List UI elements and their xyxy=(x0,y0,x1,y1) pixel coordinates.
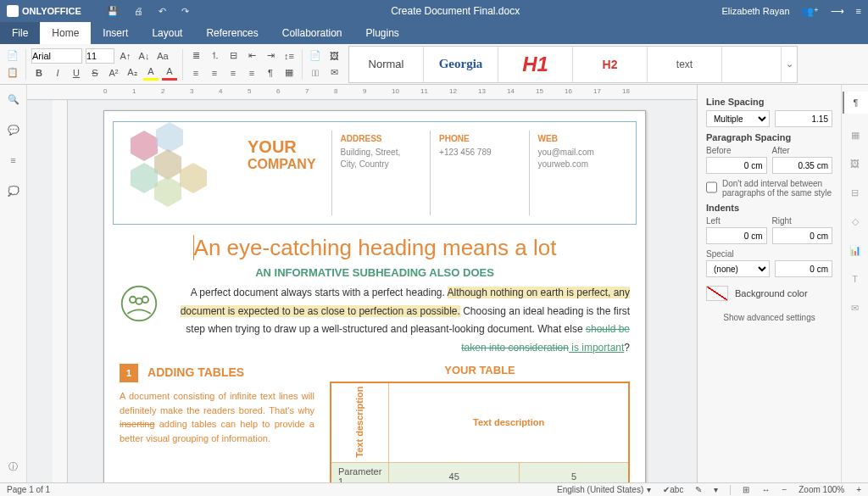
insert-page-icon[interactable]: 📄 xyxy=(308,48,323,64)
style-heading2[interactable]: H2 xyxy=(573,47,648,82)
page-indicator[interactable]: Page 1 of 1 xyxy=(7,485,50,494)
superscript-icon[interactable]: A² xyxy=(106,65,121,81)
tab-layout[interactable]: Layout xyxy=(140,22,194,44)
undo-icon[interactable]: ↶ xyxy=(159,6,166,17)
style-heading1[interactable]: H1 xyxy=(498,47,573,82)
bold-icon[interactable]: B xyxy=(31,65,47,81)
mail-tab-icon[interactable]: ✉ xyxy=(848,300,863,315)
copy-icon[interactable]: 📄 xyxy=(5,48,20,64)
spacing-after[interactable] xyxy=(772,157,833,174)
align-right-icon[interactable]: ≡ xyxy=(225,65,241,81)
horizontal-ruler[interactable]: 0123456789101112131415161718 xyxy=(27,85,697,100)
font-name-combo[interactable] xyxy=(31,48,82,64)
strike-icon[interactable]: S xyxy=(87,65,103,81)
line-spacing-icon[interactable]: ↕≡ xyxy=(281,48,297,64)
style-nospacing[interactable]: Georgia xyxy=(424,47,498,82)
paste-icon[interactable]: 📋 xyxy=(5,65,20,81)
indent-dec-icon[interactable]: ⇤ xyxy=(244,48,259,64)
header-tab-icon[interactable]: ⊟ xyxy=(848,185,863,200)
bgcolor-swatch[interactable] xyxy=(706,286,728,301)
special-indent-mode[interactable]: (none) xyxy=(706,260,770,277)
navigation-icon[interactable]: ≡ xyxy=(6,153,21,168)
show-advanced-link[interactable]: Show advanced settings xyxy=(706,313,832,322)
tab-references[interactable]: References xyxy=(194,22,270,44)
style-text[interactable]: text xyxy=(648,47,722,82)
zoom-in-icon[interactable]: + xyxy=(856,485,861,494)
intro-paragraph[interactable]: A perfect document always starts with a … xyxy=(120,284,630,357)
mailmerge-icon[interactable]: ✉ xyxy=(326,65,342,81)
subscript-icon[interactable]: A₂ xyxy=(125,65,140,81)
align-center-icon[interactable]: ≡ xyxy=(207,65,222,81)
chart-tab-icon[interactable]: 📊 xyxy=(848,242,863,258)
tab-file[interactable]: File xyxy=(0,22,40,44)
trackchanges-icon[interactable]: ✎ xyxy=(695,485,702,494)
open-location-icon[interactable]: ⟶ xyxy=(831,6,844,17)
tab-plugins[interactable]: Plugins xyxy=(354,22,411,44)
vertical-ruler[interactable] xyxy=(53,100,68,482)
textart-tab-icon[interactable]: T xyxy=(848,271,863,287)
indent-inc-icon[interactable]: ⇥ xyxy=(263,48,278,64)
print-icon[interactable]: 🖨 xyxy=(134,6,143,17)
numbering-icon[interactable]: ⒈ xyxy=(207,48,222,64)
fit-page-icon[interactable]: ⊞ xyxy=(743,485,749,494)
image-tab-icon[interactable]: 🖼 xyxy=(848,156,863,171)
font-grow-icon[interactable]: A↑ xyxy=(118,48,133,64)
document-page[interactable]: YOUR COMPANY ADDRESS Building, Street, C… xyxy=(103,110,646,482)
paragraph-tab-icon[interactable]: ¶ xyxy=(843,92,868,114)
special-indent-value[interactable] xyxy=(775,260,832,277)
feedback-icon[interactable]: ⓘ xyxy=(6,459,21,474)
chat-icon[interactable]: 💭 xyxy=(6,183,21,198)
search-icon[interactable]: 🔍 xyxy=(6,92,21,107)
document-area[interactable]: 0123456789101112131415161718 YOUR COMPAN… xyxy=(27,85,697,482)
zoom-level[interactable]: Zoom 100% xyxy=(798,485,844,494)
italic-icon[interactable]: I xyxy=(50,65,65,81)
change-case-icon[interactable]: Aa xyxy=(155,48,170,64)
font-shrink-icon[interactable]: A↓ xyxy=(136,48,152,64)
table-row[interactable]: Parameter 1455 xyxy=(331,462,629,482)
phone-value: +123 456 789 xyxy=(439,147,520,159)
bullets-icon[interactable]: ≣ xyxy=(188,48,203,64)
fit-width-icon[interactable]: ↔ xyxy=(761,485,770,494)
font-size-combo[interactable] xyxy=(86,48,114,64)
shading-icon[interactable]: ▦ xyxy=(281,65,297,81)
spellcheck-icon[interactable]: ✔abc xyxy=(663,485,683,494)
insert-image-icon[interactable]: 🖼 xyxy=(326,48,342,64)
share-icon[interactable]: 👥⁺ xyxy=(802,6,819,17)
data-table[interactable]: Text descriptionText description Paramet… xyxy=(330,382,630,482)
underline-icon[interactable]: U xyxy=(69,65,84,81)
section-title[interactable]: ADDING TABLES xyxy=(147,365,244,379)
language-selector[interactable]: English (United States) ▾ xyxy=(557,485,651,494)
clear-style-icon[interactable]: Ａ̷ xyxy=(308,65,323,81)
redo-icon[interactable]: ↷ xyxy=(181,6,189,17)
sub-heading[interactable]: AN INFORMATIVE SUBHEADING ALSO DOES xyxy=(113,266,637,279)
tab-collaboration[interactable]: Collaboration xyxy=(270,22,354,44)
nonprinting-icon[interactable]: ¶ xyxy=(263,65,278,81)
multilevel-icon[interactable]: ⊟ xyxy=(225,48,241,64)
tab-insert[interactable]: Insert xyxy=(91,22,140,44)
line-spacing-mode[interactable]: Multiple xyxy=(706,110,770,127)
comments-icon[interactable]: 💬 xyxy=(6,122,21,137)
zoom-out-icon[interactable]: − xyxy=(782,485,787,494)
align-justify-icon[interactable]: ≡ xyxy=(244,65,259,81)
style-gallery-dropdown[interactable]: ⌄ xyxy=(782,47,797,82)
align-left-icon[interactable]: ≡ xyxy=(188,65,203,81)
style-blank[interactable] xyxy=(722,47,782,82)
tab-home[interactable]: Home xyxy=(40,22,91,44)
section-text[interactable]: A document consisting of infinite text l… xyxy=(120,389,314,445)
trackchanges-dropdown[interactable]: ▾ xyxy=(714,485,718,494)
font-color-icon[interactable]: A xyxy=(162,65,177,81)
user-name[interactable]: Elizabeth Rayan xyxy=(721,6,789,16)
save-icon[interactable]: 💾 xyxy=(107,6,119,17)
dont-add-interval-checkbox[interactable] xyxy=(706,179,717,196)
menu-icon[interactable]: ≡ xyxy=(856,6,861,16)
table-tab-icon[interactable]: ▦ xyxy=(848,127,863,142)
line-spacing-value[interactable] xyxy=(775,110,832,127)
indent-left[interactable] xyxy=(706,227,767,244)
spacing-before[interactable] xyxy=(706,157,767,174)
style-normal[interactable]: Normal xyxy=(349,47,424,82)
highlight-icon[interactable]: A xyxy=(143,65,159,81)
shape-tab-icon[interactable]: ◇ xyxy=(848,214,863,229)
main-heading[interactable]: An eye-catching heading means a lot xyxy=(113,235,637,261)
table-title[interactable]: YOUR TABLE xyxy=(330,364,630,376)
indent-right[interactable] xyxy=(772,227,833,244)
